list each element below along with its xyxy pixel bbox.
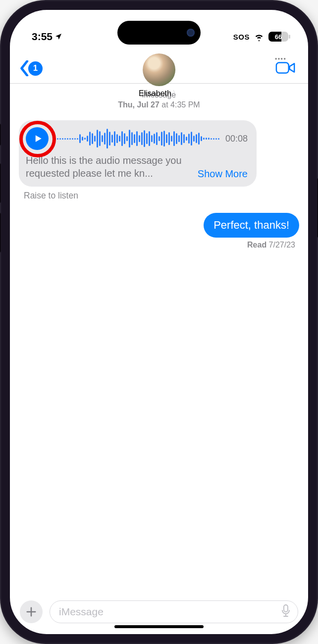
dynamic-island <box>117 21 201 45</box>
composer: iMessage <box>10 595 308 634</box>
back-button[interactable]: 1 <box>20 60 43 76</box>
video-icon <box>275 60 296 75</box>
mic-icon <box>281 604 291 617</box>
message-input[interactable]: iMessage <box>50 600 298 623</box>
audio-transcript: Hello this is the audio message you requ… <box>26 154 193 180</box>
wifi-icon <box>254 32 265 41</box>
waveform[interactable] <box>54 127 219 150</box>
sos-indicator: SOS <box>233 33 250 41</box>
outgoing-message[interactable]: Perfect, thanks! <box>204 213 299 238</box>
svg-rect-0 <box>276 63 289 73</box>
battery-indicator: 66 <box>268 32 288 42</box>
audio-duration: 00:08 <box>225 134 248 144</box>
contact-header[interactable]: Elisabeth 〉 <box>139 53 179 98</box>
audio-message-bubble[interactable]: 00:08 Hello this is the audio message yo… <box>19 120 257 187</box>
plus-icon <box>26 606 37 617</box>
svg-rect-1 <box>284 605 288 612</box>
avatar <box>143 53 175 86</box>
attach-button[interactable] <box>20 600 43 623</box>
chevron-right-icon: 〉 <box>172 89 179 98</box>
input-placeholder: iMessage <box>59 606 104 618</box>
status-time: 3:55 <box>32 31 62 43</box>
play-button[interactable] <box>26 127 49 150</box>
chat-area: iMessage Thu, Jul 27 at 4:35 PM 00:08 He… <box>10 84 308 595</box>
play-icon <box>34 134 43 143</box>
show-more-button[interactable]: Show More <box>198 168 248 180</box>
raise-to-listen-hint: Raise to listen <box>24 191 78 201</box>
home-indicator[interactable] <box>114 625 204 628</box>
thread-timestamp: Thu, Jul 27 at 4:35 PM <box>19 100 299 109</box>
read-receipt: Read 7/27/23 <box>247 241 295 249</box>
mic-button[interactable] <box>281 604 291 619</box>
location-arrow-icon <box>54 33 62 41</box>
facetime-button[interactable] <box>275 60 296 77</box>
nav-header: 1 Elisabeth 〉 <box>10 51 308 84</box>
contact-name: Elisabeth <box>139 89 171 98</box>
unread-badge: 1 <box>28 61 43 76</box>
